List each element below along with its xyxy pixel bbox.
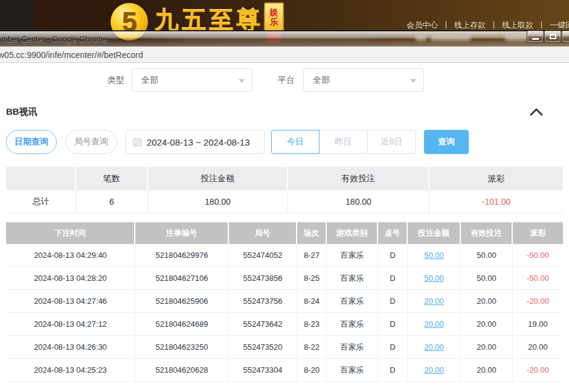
date-range-input[interactable]: 2024-08-13 ~ 2024-08-13: [126, 130, 265, 154]
today-button[interactable]: 今日: [271, 130, 320, 154]
nav-one-key[interactable]: 一键回: [550, 21, 569, 30]
nav-separator: 丨: [442, 21, 450, 30]
table-cell: 8-24: [297, 290, 327, 313]
table-cell: 2024-08-13 04:25:23: [6, 359, 135, 382]
top-nav: 会员中心丨线上存款丨线上取款丨一键回: [407, 20, 569, 31]
summary-bet-amount: 180.00: [148, 190, 288, 213]
table-cell: 百家乐: [327, 359, 378, 382]
table-cell: 8-23: [297, 313, 327, 336]
table-cell: 521804620628: [135, 359, 229, 382]
table-cell: 20.00: [513, 336, 563, 359]
collapse-section-button[interactable]: [529, 107, 544, 118]
url-text[interactable]: w05.cc:9900/infe/mcenter/#/betRecord: [0, 50, 143, 60]
table-cell: -50.00: [513, 244, 563, 267]
table-row: 2024-08-13 04:26:30521804623250552473520…: [6, 336, 563, 359]
table-cell: -50.00: [513, 267, 563, 290]
table-header-row: 下注时间 注单编号 局号 场次 游戏类别 桌号 投注金额 有效投注 派彩: [6, 222, 563, 244]
table-cell: 552473856: [229, 267, 297, 290]
table-cell: 2024-08-13 04:28:20: [6, 267, 135, 290]
table-cell: 百家乐: [327, 313, 378, 336]
bet-amount-link[interactable]: 50.00: [408, 244, 461, 267]
summary-header-cell: 派彩: [429, 167, 563, 190]
nav-separator: 丨: [490, 21, 498, 30]
table-cell: 百家乐: [327, 244, 378, 267]
bet-amount-link[interactable]: 20.00: [408, 290, 461, 313]
bet-record-page: 类型 全部 平台 全部 BB视讯 日期查询 局号查询 2024-08-13 ~ …: [0, 63, 569, 392]
header-bet-amount: 投注金额: [408, 222, 461, 244]
window-controls: [526, 30, 569, 43]
header-table-no: 桌号: [378, 222, 408, 244]
table-cell: 8-25: [297, 267, 327, 290]
section-title: BB视讯: [6, 106, 37, 118]
date-query-tab[interactable]: 日期查询: [6, 130, 57, 154]
minimize-button[interactable]: [527, 30, 544, 43]
nav-member-center[interactable]: 会员中心: [407, 21, 438, 30]
table-cell: D: [378, 359, 408, 382]
nav-online-deposit[interactable]: 线上存款: [454, 21, 486, 30]
window-title: mber Center - Google Chrome: [1, 34, 108, 43]
table-cell: D: [378, 290, 408, 313]
table-cell: 20.00: [461, 290, 513, 313]
table-row: 2024-08-13 04:29:40521804629976552474052…: [6, 244, 563, 267]
type-select[interactable]: 全部: [132, 68, 252, 92]
header-bet-time: 下注时间: [6, 222, 135, 244]
summary-valid-bet: 180.00: [288, 190, 429, 213]
minimize-icon: [532, 38, 539, 40]
table-cell: 552473304: [229, 359, 297, 382]
summary-header-cell: 笔数: [76, 167, 148, 190]
table-cell: -20.00: [513, 290, 563, 313]
summary-header-cell: [6, 167, 76, 190]
table-cell: 50.00: [461, 244, 513, 267]
header-valid-bet: 有效投注: [461, 222, 513, 244]
blurred-account-value: [431, 34, 471, 41]
maximize-button[interactable]: [544, 30, 561, 43]
table-row: 2024-08-13 04:25:23521804620628552473304…: [6, 359, 563, 382]
badge-char: 娱: [270, 7, 278, 17]
bet-amount-link[interactable]: 20.00: [408, 336, 461, 359]
platform-filter-label: 平台: [278, 75, 295, 86]
header-payout: 派彩: [513, 222, 563, 244]
table-cell: 521804623250: [135, 336, 229, 359]
chevron-up-icon: [529, 107, 544, 118]
yesterday-button[interactable]: 昨日: [320, 130, 368, 154]
badge-char: 乐: [270, 17, 278, 27]
table-cell: D: [378, 244, 408, 267]
logo-entertainment-badge: 娱 乐: [264, 2, 284, 31]
header-round-no: 局号: [229, 222, 297, 244]
close-button[interactable]: [562, 30, 569, 43]
round-query-tab[interactable]: 局号查询: [65, 130, 117, 154]
table-cell: 8-20: [297, 359, 327, 382]
blurred-info: [505, 34, 528, 41]
bet-amount-link[interactable]: 20.00: [408, 359, 461, 382]
table-cell: 百家乐: [327, 336, 378, 359]
summary-header-cell: 投注金额: [148, 167, 288, 190]
summary-table: 笔数 投注金额 有效投注 派彩 总计 6 180.00 180.00 -101.…: [6, 167, 563, 213]
table-cell: 20.00: [461, 313, 513, 336]
blurred-account-label: [416, 34, 426, 41]
table-cell: 552473756: [229, 290, 297, 313]
last-8-days-button[interactable]: 近8日: [368, 130, 416, 154]
type-select-value: 全部: [141, 75, 158, 86]
platform-select[interactable]: 全部: [303, 68, 424, 92]
table-cell: 521804625906: [135, 290, 229, 313]
platform-select-value: 全部: [313, 75, 330, 86]
table-row: 2024-08-13 04:28:20521804627106552473856…: [6, 267, 563, 290]
nav-online-withdraw[interactable]: 线上取款: [502, 21, 533, 30]
bet-record-table: 下注时间 注单编号 局号 场次 游戏类别 桌号 投注金额 有效投注 派彩 202…: [6, 222, 563, 382]
table-cell: 2024-08-13 04:27:46: [6, 290, 135, 313]
summary-payout: -101.00: [429, 190, 563, 213]
search-button[interactable]: 查询: [424, 130, 469, 154]
bet-amount-link[interactable]: 20.00: [408, 313, 461, 336]
table-cell: 521804624689: [135, 313, 229, 336]
table-cell: 百家乐: [327, 267, 378, 290]
nav-separator: 丨: [538, 21, 545, 30]
header-order-no: 注单编号: [135, 222, 229, 244]
header-game-type: 游戏类别: [327, 222, 378, 244]
table-cell: 20.00: [461, 336, 513, 359]
table-cell: 8-22: [297, 336, 327, 359]
bet-amount-link[interactable]: 50.00: [408, 267, 461, 290]
query-toolbar: 日期查询 局号查询 2024-08-13 ~ 2024-08-13 今日 昨日 …: [0, 130, 569, 154]
table-row: 2024-08-13 04:27:12521804624689552473642…: [6, 313, 563, 336]
address-bar[interactable]: w05.cc:9900/infe/mcenter/#/betRecord: [0, 47, 569, 63]
summary-total-label: 总计: [6, 190, 76, 213]
